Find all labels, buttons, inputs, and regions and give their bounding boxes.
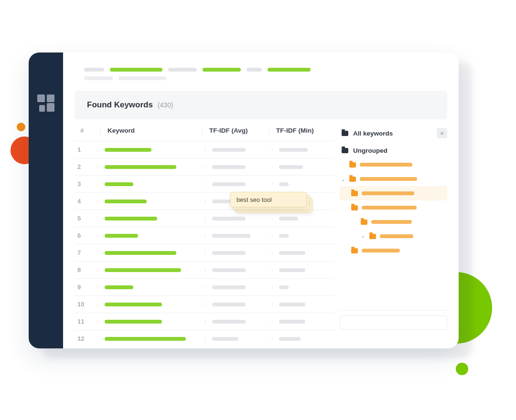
tfidf-avg-bar: [212, 165, 246, 169]
crumb: [118, 76, 166, 80]
keyword-bar: [105, 165, 176, 169]
group-placeholder: [360, 163, 412, 167]
row-number: 9: [75, 284, 97, 291]
keyword-bar: [105, 268, 181, 272]
keyword-bar: [105, 251, 176, 255]
tfidf-avg-bar: [212, 285, 246, 289]
col-keyword[interactable]: Keyword: [100, 127, 202, 134]
col-tfidf-min[interactable]: TF-IDF (Min): [269, 127, 331, 134]
keyword-bar: [105, 337, 186, 341]
folder-icon: [349, 162, 356, 168]
group-item[interactable]: [340, 243, 447, 258]
table-row[interactable]: 12: [75, 330, 334, 347]
table-row[interactable]: 3: [75, 175, 334, 192]
tfidf-min-bar: [279, 251, 305, 255]
chevron-double-right-icon: »: [441, 130, 444, 136]
group-item[interactable]: [340, 158, 447, 172]
group-all-keywords[interactable]: All keywords: [340, 126, 393, 140]
group-placeholder: [362, 249, 400, 252]
sub-breadcrumb: [63, 76, 459, 80]
tfidf-min-bar: [279, 148, 308, 152]
table-row[interactable]: 2: [75, 158, 334, 175]
tooltip-text: best seo tool: [236, 196, 272, 203]
keyword-bar: [105, 182, 133, 186]
panel-count: (430): [158, 101, 173, 109]
keyword-bar: [105, 303, 162, 306]
tfidf-avg-bar: [212, 234, 250, 238]
group-label: Ungrouped: [353, 147, 387, 154]
tfidf-avg-bar: [212, 251, 246, 255]
tfidf-avg-bar: [212, 182, 246, 186]
tfidf-min-bar: [279, 303, 305, 306]
crumb: [84, 76, 113, 80]
tfidf-avg-bar: [212, 320, 246, 324]
table-row[interactable]: 9: [75, 278, 334, 295]
table-row[interactable]: 1: [75, 141, 334, 158]
tfidf-min-bar: [279, 182, 289, 186]
group-item-selected[interactable]: [340, 186, 447, 200]
row-number: 6: [75, 232, 97, 239]
group-placeholder: [362, 206, 417, 210]
folder-icon: [342, 148, 348, 153]
keyword-bar: [105, 148, 151, 152]
folder-icon: [349, 177, 356, 182]
crumb: [168, 68, 197, 72]
chevron-right-icon: ›: [361, 234, 366, 239]
tfidf-avg-bar: [212, 337, 238, 341]
table-row[interactable]: 6: [75, 227, 334, 244]
folder-icon: [342, 131, 348, 136]
keyword-bar: [105, 217, 157, 220]
folder-icon: [351, 248, 358, 253]
group-item-expanded[interactable]: ⌄: [340, 172, 447, 186]
folder-icon: [361, 220, 367, 225]
group-item[interactable]: [340, 200, 447, 215]
panel-title: Found Keywords: [87, 100, 153, 110]
add-group-input[interactable]: [340, 315, 447, 330]
collapse-panel-button[interactable]: »: [437, 128, 447, 138]
keywords-table: # Keyword TF-IDF (Avg) TF-IDF (Min) 1234…: [75, 119, 334, 347]
group-item-collapsed[interactable]: ›: [340, 229, 447, 243]
row-number: 3: [75, 180, 97, 188]
tfidf-avg-bar: [212, 148, 246, 152]
tooltip-card[interactable]: best seo tool: [230, 192, 307, 207]
table-row[interactable]: 8: [75, 261, 334, 278]
panel-header: Found Keywords (430): [75, 91, 447, 119]
group-item[interactable]: [340, 215, 447, 229]
col-tfidf-avg[interactable]: TF-IDF (Avg): [202, 127, 269, 134]
decorative-dot: [17, 123, 25, 131]
col-number[interactable]: #: [77, 127, 100, 134]
tfidf-min-bar: [279, 320, 305, 324]
table-row[interactable]: 11: [75, 313, 334, 330]
keyword-bar: [105, 285, 133, 289]
row-number: 12: [75, 335, 97, 342]
tfidf-min-bar: [279, 285, 289, 289]
crumb-active[interactable]: [110, 68, 162, 72]
tfidf-min-bar: [279, 268, 305, 272]
group-placeholder: [360, 177, 417, 181]
table-header: # Keyword TF-IDF (Avg) TF-IDF (Min): [75, 119, 334, 141]
table-row[interactable]: 7: [75, 244, 334, 261]
keyword-bar: [105, 320, 162, 324]
dashboard-icon[interactable]: [37, 94, 54, 112]
chevron-down-icon: ⌄: [341, 177, 345, 182]
crumb-active[interactable]: [268, 68, 311, 72]
groups-panel: All keywords » Ungrouped ⌄: [340, 119, 447, 347]
group-ungrouped[interactable]: Ungrouped: [340, 143, 447, 158]
row-number: 2: [75, 163, 97, 170]
sidebar: [29, 52, 63, 348]
folder-icon: [351, 205, 358, 210]
table-row[interactable]: 10: [75, 295, 334, 313]
group-placeholder: [371, 220, 412, 224]
breadcrumb: [63, 68, 459, 72]
decorative-dot: [456, 363, 468, 375]
tfidf-min-bar: [279, 337, 301, 341]
tfidf-min-bar: [279, 217, 298, 220]
tfidf-min-bar: [279, 234, 289, 238]
crumb: [84, 68, 104, 72]
folder-icon: [351, 191, 358, 196]
folder-icon: [369, 234, 376, 239]
group-label: All keywords: [353, 130, 393, 137]
row-number: 8: [75, 266, 97, 273]
group-placeholder: [380, 234, 413, 238]
crumb-active[interactable]: [203, 68, 241, 72]
